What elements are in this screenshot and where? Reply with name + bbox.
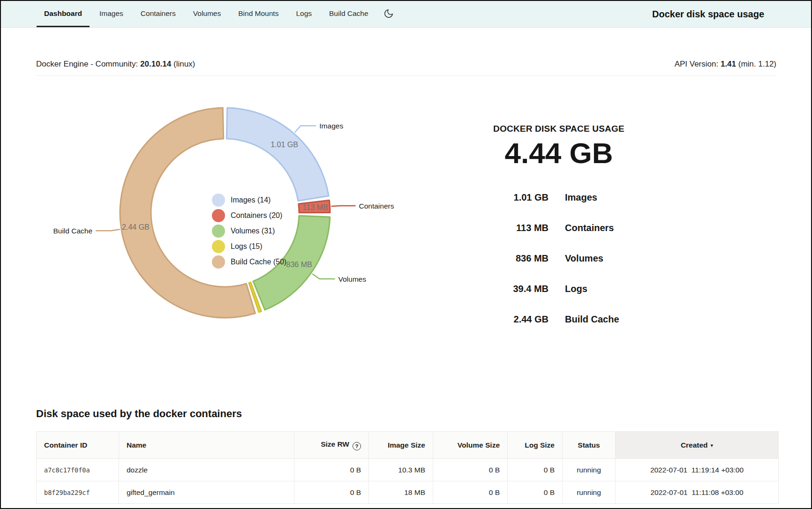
summary-row-volumes: 836 MBVolumes — [450, 243, 668, 274]
cell-id: b8f29ba229cf — [37, 481, 119, 504]
column-label: Created — [681, 441, 708, 449]
summary-category: Images — [565, 182, 597, 213]
legend-label: Volumes (31) — [231, 227, 275, 235]
legend-label: Images (14) — [231, 196, 271, 204]
tab-images[interactable]: Images — [92, 1, 131, 27]
dashboard-area: 1.01 GBImages113 MBContainers836 MBVolum… — [1, 85, 811, 348]
legend-item-logs[interactable]: Logs (15) — [212, 239, 286, 254]
api-version-value: 1.41 — [721, 60, 736, 68]
dark-mode-toggle[interactable] — [383, 8, 394, 20]
engine-version-value: 20.10.14 — [140, 60, 171, 68]
cell-status: running — [563, 481, 616, 504]
summary-size: 1.01 GB — [450, 182, 549, 213]
summary-category: Volumes — [565, 243, 603, 274]
callout-label-containers: Containers — [359, 202, 394, 210]
app-title: Docker disk space usage — [652, 9, 764, 20]
cell-created: 2022-07-01 11:11:08 +03:00 — [616, 481, 779, 504]
cell-id: a7c8c17f0f0a — [37, 459, 119, 481]
summary-row-containers: 113 MBContainers — [450, 213, 668, 243]
slice-value-label: 1.01 GB — [271, 141, 298, 149]
legend-label: Logs (15) — [231, 242, 263, 251]
column-label: Image Size — [388, 441, 425, 449]
cell-image_size: 18 MB — [369, 481, 433, 504]
cell-status: running — [563, 459, 616, 481]
column-header-container-id[interactable]: Container ID — [37, 432, 119, 459]
summary-row-images: 1.01 GBImages — [450, 182, 668, 213]
column-header-log-size[interactable]: Log Size — [508, 432, 563, 459]
column-label: Name — [127, 441, 146, 449]
column-label: Log Size — [525, 441, 555, 449]
containers-table: Container IDNameSize RW?Image SizeVolume… — [36, 431, 779, 504]
slice-value-label: 2.44 GB — [122, 223, 150, 231]
containers-section-title: Disk space used by the docker containers — [36, 408, 776, 420]
summary-size: 39.4 MB — [450, 274, 549, 304]
cell-log_size: 0 B — [508, 459, 563, 481]
summary-row-logs: 39.4 MBLogs — [450, 274, 668, 304]
callout-label-volumes: Volumes — [338, 275, 367, 283]
legend-item-build-cache[interactable]: Build Cache (50) — [212, 254, 286, 269]
legend-dot-logs — [212, 240, 225, 253]
top-navigation-bar: DashboardImagesContainersVolumesBind Mou… — [1, 1, 811, 28]
table-row: b8f29ba229cfgifted_germain0 B18 MB0 B0 B… — [37, 481, 779, 504]
column-header-status[interactable]: Status — [563, 432, 616, 459]
table-row: a7c8c17f0f0adozzle0 B10.3 MB0 B0 Brunnin… — [37, 459, 779, 481]
summary-size: 113 MB — [450, 213, 549, 243]
cell-volume_size: 0 B — [433, 459, 508, 481]
column-header-created[interactable]: Created▾ — [616, 432, 779, 459]
cell-log_size: 0 B — [508, 481, 563, 504]
legend-label: Build Cache (50) — [231, 258, 286, 266]
slice-value-label: 836 MB — [286, 261, 312, 269]
column-label: Size RW — [321, 440, 349, 448]
legend-dot-volumes — [212, 225, 225, 238]
summary-category: Build Cache — [565, 304, 619, 335]
summary-size: 2.44 GB — [450, 304, 549, 335]
legend-dot-images — [212, 194, 225, 207]
legend-dot-build-cache — [212, 255, 225, 269]
cell-volume_size: 0 B — [433, 481, 508, 504]
summary-total: 4.44 GB — [450, 139, 668, 168]
summary-title: DOCKER DISK SPACE USAGE — [450, 123, 668, 134]
api-version-text: API Version: 1.41 (min. 1.12) — [675, 60, 776, 69]
column-header-name[interactable]: Name — [119, 432, 294, 459]
column-header-image-size[interactable]: Image Size — [369, 432, 433, 459]
cell-image_size: 10.3 MB — [369, 459, 433, 481]
legend-dot-containers — [212, 209, 225, 222]
column-label: Container ID — [44, 441, 87, 449]
cell-created: 2022-07-01 11:19:14 +03:00 — [616, 459, 779, 481]
cell-name: dozzle — [119, 459, 294, 481]
legend-item-containers[interactable]: Containers (20) — [212, 208, 286, 223]
callout-line-containers — [332, 206, 355, 206]
legend-label: Containers (20) — [231, 211, 282, 220]
tab-volumes[interactable]: Volumes — [186, 1, 228, 27]
column-label: Volume Size — [458, 441, 500, 449]
cell-size_rw: 0 B — [294, 459, 369, 481]
table-header-row: Container IDNameSize RW?Image SizeVolume… — [37, 432, 779, 459]
callout-line-build-cache — [96, 230, 120, 231]
containers-table-wrap: Container IDNameSize RW?Image SizeVolume… — [36, 431, 776, 504]
help-icon[interactable]: ? — [353, 442, 361, 450]
engine-info-bar: Docker Engine - Community: 20.10.14 (lin… — [36, 60, 776, 69]
column-header-volume-size[interactable]: Volume Size — [433, 432, 508, 459]
summary-row-build-cache: 2.44 GBBuild Cache — [450, 304, 668, 335]
tab-dashboard[interactable]: Dashboard — [37, 1, 90, 27]
summary-category: Containers — [565, 213, 614, 243]
moon-icon — [383, 8, 394, 20]
divider — [36, 75, 776, 76]
slice-images[interactable] — [226, 108, 329, 201]
column-header-size-rw[interactable]: Size RW? — [294, 432, 369, 459]
chart-legend: Images (14)Containers (20)Volumes (31)Lo… — [212, 192, 286, 269]
callout-label-build-cache: Build Cache — [53, 227, 92, 235]
summary-category: Logs — [565, 274, 587, 304]
column-label: Status — [578, 441, 600, 449]
callout-label-images: Images — [319, 122, 343, 130]
tab-bind-mounts[interactable]: Bind Mounts — [231, 1, 286, 27]
summary-size: 836 MB — [450, 243, 549, 274]
legend-item-volumes[interactable]: Volumes (31) — [212, 223, 286, 239]
sort-desc-icon: ▾ — [711, 442, 714, 448]
tab-logs[interactable]: Logs — [288, 1, 319, 27]
legend-item-images[interactable]: Images (14) — [212, 192, 286, 208]
tab-containers[interactable]: Containers — [133, 1, 183, 27]
tab-build-cache[interactable]: Build Cache — [322, 1, 376, 27]
engine-version-text: Docker Engine - Community: 20.10.14 (lin… — [36, 60, 195, 69]
cell-name: gifted_germain — [119, 481, 294, 504]
